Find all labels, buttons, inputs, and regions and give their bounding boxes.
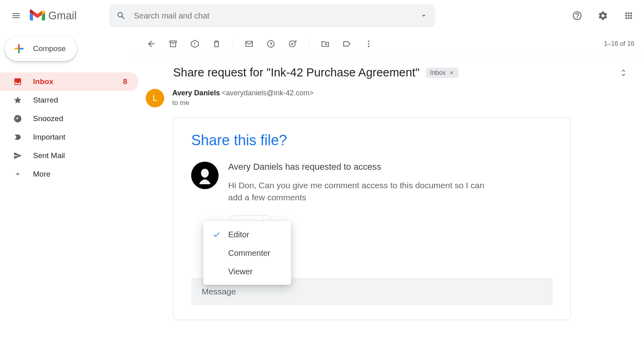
delete-button[interactable] <box>208 35 225 53</box>
toolbar-separator <box>309 39 309 49</box>
sender-email: <averydaniels@ink-42.com> <box>222 89 314 97</box>
labels-button[interactable] <box>338 35 356 53</box>
spam-button[interactable] <box>186 35 204 53</box>
request-headline: Avery Daniels has requested to access <box>228 162 494 172</box>
inbox-count: 8 <box>123 77 127 86</box>
add-to-tasks-button[interactable] <box>284 35 301 53</box>
sidebar-item-starred[interactable]: Starred <box>0 91 138 109</box>
share-request-card: Share this file? Avery Daniels has reque… <box>173 117 571 320</box>
requester-avatar <box>191 162 219 189</box>
email-toolbar: 1–16 of 16 <box>133 31 644 56</box>
svg-point-3 <box>368 43 369 45</box>
important-icon <box>13 133 23 142</box>
snooze-button[interactable] <box>262 35 280 53</box>
sidebar: Compose Inbox 8 Starred Snoozed Importan… <box>0 31 133 362</box>
support-button[interactable] <box>568 7 586 25</box>
access-level-dropdown: Editor Commenter Viewer <box>203 221 291 285</box>
search-icon <box>116 11 126 21</box>
help-icon <box>572 10 582 21</box>
close-icon <box>449 70 454 76</box>
unfold-icon <box>619 68 628 77</box>
gear-icon <box>598 10 608 21</box>
hamburger-icon <box>11 11 21 21</box>
email-subject: Share request for "Ink-42 Purchase Agree… <box>173 66 419 79</box>
sidebar-item-label: Starred <box>33 96 58 105</box>
archive-button[interactable] <box>164 35 182 53</box>
dropdown-option-label: Editor <box>228 230 249 239</box>
gmail-logo-icon <box>30 10 45 22</box>
subject-row: Share request for "Ink-42 Purchase Agree… <box>146 66 628 79</box>
dropdown-option-editor[interactable]: Editor <box>203 225 291 244</box>
sender-row: L Avery Daniels <averydaniels@ink-42.com… <box>146 89 628 107</box>
pager-text: 1–16 of 16 <box>604 40 634 47</box>
sidebar-item-label: Important <box>33 133 65 142</box>
label-icon <box>343 39 351 48</box>
star-icon <box>13 96 23 105</box>
apps-grid-icon <box>624 11 634 21</box>
move-folder-icon <box>321 39 330 48</box>
sidebar-item-label: Sent Mail <box>33 151 65 160</box>
more-actions-button[interactable] <box>360 35 378 53</box>
inbox-icon <box>13 77 23 86</box>
dropdown-option-commenter[interactable]: Commenter <box>203 244 291 262</box>
main-pane: 1–16 of 16 Share request for "Ink-42 Pur… <box>133 31 644 362</box>
apps-button[interactable] <box>620 7 638 25</box>
header-actions <box>568 7 638 25</box>
add-task-icon <box>288 39 297 48</box>
app-logo[interactable]: Gmail <box>30 10 77 22</box>
trash-icon <box>212 39 221 48</box>
sidebar-item-more[interactable]: More <box>0 165 138 183</box>
sender-name: Avery Daniels <box>172 89 220 97</box>
search-options-button[interactable] <box>420 12 428 20</box>
request-message: Hi Don, Can you give me comment access t… <box>228 179 494 204</box>
sidebar-item-label: More <box>33 170 50 179</box>
message-placeholder: Message <box>202 287 236 296</box>
report-spam-icon <box>190 39 199 48</box>
share-card-title: Share this file? <box>191 132 553 149</box>
clock-icon <box>266 39 275 48</box>
chevron-down-icon <box>13 170 23 179</box>
svg-point-4 <box>368 45 369 47</box>
compose-label: Compose <box>33 44 66 53</box>
dropdown-option-label: Viewer <box>228 267 253 276</box>
sidebar-item-snoozed[interactable]: Snoozed <box>0 109 138 128</box>
sender-avatar[interactable]: L <box>146 89 164 107</box>
app-header: Gmail <box>0 0 644 31</box>
check-icon <box>212 230 221 239</box>
label-chip-text: Inbox <box>430 69 446 76</box>
dropdown-option-viewer[interactable]: Viewer <box>203 262 291 281</box>
sidebar-item-inbox[interactable]: Inbox 8 <box>0 72 138 91</box>
recipient-line[interactable]: to me <box>172 99 314 107</box>
back-button[interactable] <box>142 35 160 53</box>
sidebar-item-important[interactable]: Important <box>0 128 138 146</box>
email-content: Share request for "Ink-42 Purchase Agree… <box>133 56 644 362</box>
sidebar-item-sent[interactable]: Sent Mail <box>0 146 138 165</box>
mark-unread-button[interactable] <box>240 35 258 53</box>
plus-icon <box>12 42 26 56</box>
search-input[interactable] <box>134 11 420 21</box>
toolbar-separator <box>233 39 233 49</box>
sidebar-item-label: Inbox <box>33 77 54 86</box>
settings-button[interactable] <box>594 7 612 25</box>
send-icon <box>13 151 23 160</box>
archive-icon <box>169 39 178 48</box>
label-chip-inbox[interactable]: Inbox <box>426 68 458 78</box>
expand-all-button[interactable] <box>619 68 628 77</box>
main-menu-button[interactable] <box>6 6 26 25</box>
move-to-button[interactable] <box>316 35 334 53</box>
caret-down-icon <box>420 12 428 20</box>
arrow-left-icon <box>147 39 156 49</box>
mail-icon <box>245 39 254 48</box>
compose-button[interactable]: Compose <box>5 36 77 61</box>
dropdown-option-label: Commenter <box>228 249 270 258</box>
sidebar-item-label: Snoozed <box>33 114 63 123</box>
svg-point-2 <box>368 40 369 42</box>
clock-icon <box>13 114 23 123</box>
app-name-text: Gmail <box>48 10 77 22</box>
more-vert-icon <box>364 39 373 48</box>
search-bar[interactable] <box>109 4 435 27</box>
